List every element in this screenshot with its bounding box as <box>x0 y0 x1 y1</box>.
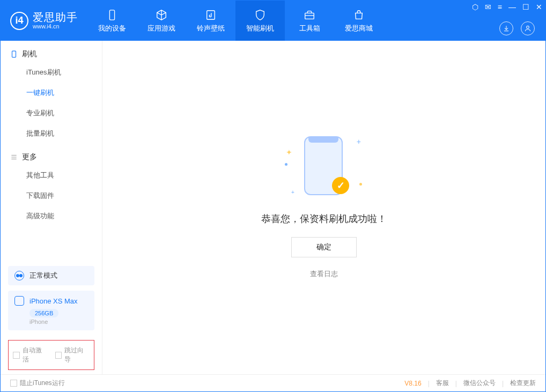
footer-link-wechat[interactable]: 微信公众号 <box>463 379 496 388</box>
device-small-icon <box>14 296 24 306</box>
version-label: V8.16 <box>404 380 421 387</box>
tab-apps-games[interactable]: 应用游戏 <box>137 1 186 41</box>
tab-store[interactable]: 爱思商城 <box>334 1 383 41</box>
close-button[interactable]: ✕ <box>536 3 542 11</box>
tab-my-device[interactable]: 我的设备 <box>87 1 137 41</box>
device-mode-card[interactable]: 正常模式 <box>8 266 94 285</box>
mode-label: 正常模式 <box>29 271 57 280</box>
svg-rect-4 <box>12 51 16 57</box>
capacity-badge: 256GB <box>29 309 58 317</box>
sidebar-item-download-firmware[interactable]: 下载固件 <box>1 186 102 206</box>
download-icon[interactable] <box>499 21 513 35</box>
main-content: ✓ ✦ + + 恭喜您，保资料刷机成功啦！ 确定 查看日志 <box>102 41 545 374</box>
sparkle-icon: + <box>357 137 361 146</box>
sidebar-item-other-tools[interactable]: 其他工具 <box>1 165 102 186</box>
device-icon <box>106 9 119 21</box>
feedback-icon[interactable]: ✉ <box>485 3 491 11</box>
nav-tabs: 我的设备 应用游戏 铃声壁纸 智能刷机 工具箱 爱思商城 <box>87 1 383 41</box>
device-card[interactable]: iPhone XS Max 256GB iPhone <box>8 291 94 330</box>
user-icon[interactable] <box>521 21 535 35</box>
checkbox-block-itunes[interactable]: 阻止iTunes运行 <box>10 379 65 388</box>
checkbox-auto-activate[interactable]: 自动激活 <box>13 346 48 364</box>
sidebar-item-oneclick-flash[interactable]: 一键刷机 <box>1 83 102 103</box>
music-icon <box>204 9 217 21</box>
svg-point-3 <box>527 26 529 28</box>
svg-rect-2 <box>305 13 314 19</box>
svg-rect-1 <box>207 10 215 19</box>
phone-icon <box>10 50 18 58</box>
maximize-button[interactable]: ☐ <box>522 3 529 11</box>
footer-link-update[interactable]: 检查更新 <box>510 379 536 388</box>
header-right-icons <box>499 21 535 35</box>
store-icon <box>352 9 365 21</box>
logo-icon: i4 <box>10 12 28 30</box>
tab-toolbox[interactable]: 工具箱 <box>285 1 334 41</box>
checkbox-icon <box>55 352 62 359</box>
checkbox-icon <box>13 352 20 359</box>
sidebar-item-batch-flash[interactable]: 批量刷机 <box>1 123 102 144</box>
sparkle-icon: + <box>291 189 294 195</box>
window-controls: ⬡ ✉ ≡ — ☐ ✕ <box>472 3 542 11</box>
device-name: iPhone XS Max <box>29 297 78 305</box>
sidebar-item-advanced[interactable]: 高级功能 <box>1 206 102 226</box>
view-log-link[interactable]: 查看日志 <box>310 269 338 279</box>
sidebar-section-more: 更多 <box>1 144 102 165</box>
highlighted-options: 自动激活 跳过向导 <box>8 340 94 370</box>
checkbox-skip-guide[interactable]: 跳过向导 <box>55 346 90 364</box>
sparkle-icon: ✦ <box>286 148 292 157</box>
sidebar-item-pro-flash[interactable]: 专业刷机 <box>1 103 102 123</box>
app-logo: i4 爱思助手 www.i4.cn <box>1 1 87 41</box>
svg-rect-0 <box>109 10 114 19</box>
sidebar: 刷机 iTunes刷机 一键刷机 专业刷机 批量刷机 更多 其他工具 下载固件 … <box>1 41 102 374</box>
success-message: 恭喜您，保资料刷机成功啦！ <box>261 212 387 225</box>
footer: 阻止iTunes运行 V8.16 | 客服 | 微信公众号 | 检查更新 <box>1 374 545 391</box>
app-title: 爱思助手 <box>33 11 78 23</box>
sidebar-section-flash: 刷机 <box>1 41 102 62</box>
checkmark-badge-icon: ✓ <box>332 177 349 194</box>
sidebar-item-itunes-flash[interactable]: iTunes刷机 <box>1 62 102 83</box>
device-type: iPhone <box>29 319 88 325</box>
checkbox-icon <box>10 380 17 387</box>
body: 刷机 iTunes刷机 一键刷机 专业刷机 批量刷机 更多 其他工具 下载固件 … <box>1 41 545 374</box>
success-illustration: ✓ ✦ + + <box>284 136 364 201</box>
app-subtitle: www.i4.cn <box>33 23 78 29</box>
tab-smart-flash[interactable]: 智能刷机 <box>235 1 285 41</box>
shield-icon <box>254 9 267 21</box>
dot-icon <box>359 183 362 186</box>
ok-button[interactable]: 确定 <box>291 237 357 257</box>
footer-link-support[interactable]: 客服 <box>436 379 449 388</box>
app-window: i4 爱思助手 www.i4.cn 我的设备 应用游戏 铃声壁纸 智能刷机 <box>0 0 546 392</box>
mode-icon <box>14 271 24 280</box>
header: i4 爱思助手 www.i4.cn 我的设备 应用游戏 铃声壁纸 智能刷机 <box>1 1 545 41</box>
list-icon <box>10 153 18 161</box>
dot-icon <box>285 163 287 166</box>
menu-icon[interactable]: ≡ <box>498 3 502 11</box>
cube-icon <box>155 9 168 21</box>
tab-ringtone-wallpaper[interactable]: 铃声壁纸 <box>186 1 235 41</box>
shirt-icon[interactable]: ⬡ <box>472 3 478 11</box>
toolbox-icon <box>303 9 316 21</box>
minimize-button[interactable]: — <box>508 3 516 11</box>
